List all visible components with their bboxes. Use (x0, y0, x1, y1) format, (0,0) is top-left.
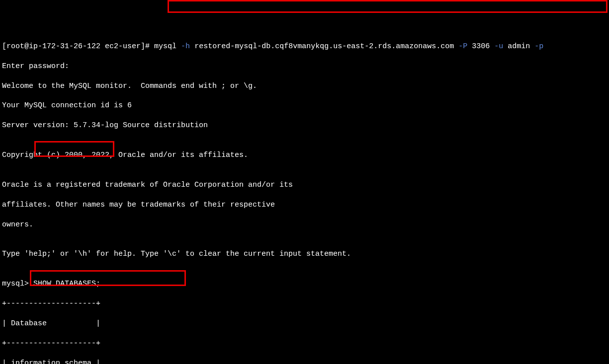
banner-line: Your MySQL connection id is 6 (2, 101, 607, 111)
banner-line: affiliates. Other names may be trademark… (2, 200, 607, 210)
banner-line: Oracle is a registered trademark of Orac… (2, 180, 607, 190)
banner-line: Server version: 5.7.34-log Source distri… (2, 121, 607, 131)
banner-line: owners. (2, 220, 607, 230)
db-border: +--------------------+ (2, 339, 607, 349)
query-showdb: SHOW DATABASES; (33, 280, 100, 288)
db-border: +--------------------+ (2, 299, 607, 309)
highlight-box-command (168, 0, 608, 13)
banner-line: Copyright (c) 2000, 2022, Oracle and/or … (2, 150, 607, 160)
mysql-user: admin (508, 42, 530, 51)
mysql-port: 3306 (472, 42, 490, 51)
flag-u: -u (494, 42, 503, 51)
query1-line: mysql> SHOW DATABASES; (2, 279, 607, 289)
banner-line: Enter password: (2, 62, 607, 72)
banner-line: Welcome to the MySQL monitor. Commands e… (2, 81, 607, 91)
flag-h: -h (181, 42, 190, 51)
db-row: | information_schema | (2, 359, 607, 364)
shell-line: [root@ip-172-31-26-122 ec2-user]# mysql … (2, 42, 607, 52)
shell-prompt: [root@ip-172-31-26-122 ec2-user]# (2, 42, 154, 51)
mysql-prompt: mysql> (2, 280, 33, 288)
mysql-bin: mysql (154, 42, 176, 51)
flag-P: -P (458, 42, 467, 51)
terminal-window[interactable]: [root@ip-172-31-26-122 ec2-user]# mysql … (0, 0, 609, 364)
banner-line: Type 'help;' or '\h' for help. Type '\c'… (2, 249, 607, 259)
mysql-host: restored-mysql-db.cqf8vmanykqg.us-east-2… (194, 42, 454, 51)
db-header: | Database | (2, 319, 607, 329)
flag-p: -p (534, 42, 543, 51)
